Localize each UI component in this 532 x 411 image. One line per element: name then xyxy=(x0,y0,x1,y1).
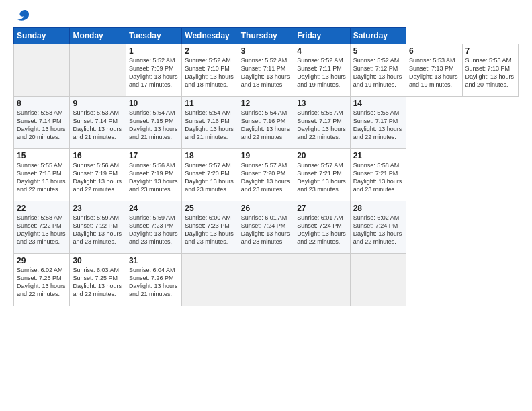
day-info: Sunrise: 5:54 AM Sunset: 7:15 PM Dayligh… xyxy=(129,109,179,142)
day-info: Sunrise: 5:53 AM Sunset: 7:14 PM Dayligh… xyxy=(17,109,66,142)
day-cell: 31Sunrise: 6:04 AM Sunset: 7:26 PM Dayli… xyxy=(126,254,181,306)
day-info: Sunrise: 5:52 AM Sunset: 7:12 PM Dayligh… xyxy=(353,56,403,89)
day-cell: 7Sunrise: 5:53 AM Sunset: 7:13 PM Daylig… xyxy=(462,44,519,97)
day-cell: 29Sunrise: 6:02 AM Sunset: 7:25 PM Dayli… xyxy=(14,254,70,306)
day-cell: 1Sunrise: 5:52 AM Sunset: 7:09 PM Daylig… xyxy=(126,44,181,97)
logo-bird-icon xyxy=(15,9,30,21)
day-number: 9 xyxy=(73,99,122,108)
day-info: Sunrise: 6:04 AM Sunset: 7:26 PM Dayligh… xyxy=(129,266,179,299)
day-cell xyxy=(182,254,238,306)
day-info: Sunrise: 6:01 AM Sunset: 7:24 PM Dayligh… xyxy=(241,214,291,246)
day-info: Sunrise: 5:58 AM Sunset: 7:21 PM Dayligh… xyxy=(353,161,403,194)
day-cell: 15Sunrise: 5:55 AM Sunset: 7:18 PM Dayli… xyxy=(14,149,70,201)
day-info: Sunrise: 5:57 AM Sunset: 7:20 PM Dayligh… xyxy=(185,161,234,194)
day-info: Sunrise: 5:53 AM Sunset: 7:14 PM Dayligh… xyxy=(73,109,122,142)
day-info: Sunrise: 5:53 AM Sunset: 7:13 PM Dayligh… xyxy=(466,56,516,89)
day-cell: 18Sunrise: 5:57 AM Sunset: 7:20 PM Dayli… xyxy=(182,149,238,201)
day-number: 12 xyxy=(241,99,291,108)
day-cell: 23Sunrise: 5:59 AM Sunset: 7:22 PM Dayli… xyxy=(70,201,126,254)
day-cell: 24Sunrise: 5:59 AM Sunset: 7:23 PM Dayli… xyxy=(126,201,181,254)
col-header-sunday: Sunday xyxy=(14,28,70,44)
day-cell: 5Sunrise: 5:52 AM Sunset: 7:12 PM Daylig… xyxy=(350,44,406,97)
day-cell: 27Sunrise: 6:01 AM Sunset: 7:24 PM Dayli… xyxy=(294,201,350,254)
day-number: 18 xyxy=(185,151,234,161)
day-cell: 19Sunrise: 5:57 AM Sunset: 7:20 PM Dayli… xyxy=(238,149,294,201)
day-cell: 21Sunrise: 5:58 AM Sunset: 7:21 PM Dayli… xyxy=(350,149,406,201)
day-number: 20 xyxy=(297,151,347,161)
day-info: Sunrise: 5:52 AM Sunset: 7:10 PM Dayligh… xyxy=(185,56,234,89)
day-info: Sunrise: 5:55 AM Sunset: 7:18 PM Dayligh… xyxy=(17,161,66,194)
week-row-3: 15Sunrise: 5:55 AM Sunset: 7:18 PM Dayli… xyxy=(14,149,519,201)
day-number: 5 xyxy=(353,46,403,56)
col-header-wednesday: Wednesday xyxy=(182,28,238,44)
day-cell xyxy=(238,254,294,306)
day-info: Sunrise: 5:52 AM Sunset: 7:09 PM Dayligh… xyxy=(129,56,179,89)
day-cell xyxy=(70,44,126,97)
day-number: 31 xyxy=(129,256,179,265)
day-info: Sunrise: 5:53 AM Sunset: 7:13 PM Dayligh… xyxy=(409,56,459,89)
day-number: 19 xyxy=(241,151,291,161)
col-header-saturday: Saturday xyxy=(350,28,406,44)
day-cell: 17Sunrise: 5:56 AM Sunset: 7:19 PM Dayli… xyxy=(126,149,181,201)
day-number: 16 xyxy=(73,151,122,161)
calendar-page: SundayMondayTuesdayWednesdayThursdayFrid… xyxy=(0,0,532,411)
day-number: 21 xyxy=(353,151,403,161)
day-number: 15 xyxy=(17,151,66,161)
col-header-monday: Monday xyxy=(70,28,126,44)
day-cell: 26Sunrise: 6:01 AM Sunset: 7:24 PM Dayli… xyxy=(238,201,294,254)
day-number: 14 xyxy=(353,99,403,108)
day-info: Sunrise: 5:57 AM Sunset: 7:21 PM Dayligh… xyxy=(297,161,347,194)
day-info: Sunrise: 5:57 AM Sunset: 7:20 PM Dayligh… xyxy=(241,161,291,194)
day-number: 25 xyxy=(185,203,234,213)
day-cell: 13Sunrise: 5:55 AM Sunset: 7:17 PM Dayli… xyxy=(294,97,350,149)
day-number: 7 xyxy=(466,46,516,56)
week-row-5: 29Sunrise: 6:02 AM Sunset: 7:25 PM Dayli… xyxy=(14,254,519,306)
day-cell: 10Sunrise: 5:54 AM Sunset: 7:15 PM Dayli… xyxy=(126,97,181,149)
day-number: 11 xyxy=(185,99,234,108)
day-info: Sunrise: 5:54 AM Sunset: 7:16 PM Dayligh… xyxy=(241,109,291,142)
day-info: Sunrise: 6:01 AM Sunset: 7:24 PM Dayligh… xyxy=(297,214,347,246)
day-info: Sunrise: 5:55 AM Sunset: 7:17 PM Dayligh… xyxy=(353,109,403,142)
day-info: Sunrise: 5:52 AM Sunset: 7:11 PM Dayligh… xyxy=(241,56,291,89)
day-cell: 20Sunrise: 5:57 AM Sunset: 7:21 PM Dayli… xyxy=(294,149,350,201)
day-number: 8 xyxy=(17,99,66,108)
day-info: Sunrise: 6:03 AM Sunset: 7:25 PM Dayligh… xyxy=(73,266,122,299)
day-number: 22 xyxy=(17,203,66,213)
day-number: 13 xyxy=(297,99,347,108)
day-info: Sunrise: 6:00 AM Sunset: 7:23 PM Dayligh… xyxy=(185,214,234,246)
day-cell xyxy=(350,254,406,306)
day-cell: 11Sunrise: 5:54 AM Sunset: 7:16 PM Dayli… xyxy=(182,97,238,149)
header-row: SundayMondayTuesdayWednesdayThursdayFrid… xyxy=(14,28,519,44)
day-number: 27 xyxy=(297,203,347,213)
day-info: Sunrise: 5:52 AM Sunset: 7:11 PM Dayligh… xyxy=(297,56,347,89)
day-number: 23 xyxy=(73,203,122,213)
day-number: 3 xyxy=(241,46,291,56)
day-cell: 2Sunrise: 5:52 AM Sunset: 7:10 PM Daylig… xyxy=(182,44,238,97)
day-cell: 30Sunrise: 6:03 AM Sunset: 7:25 PM Dayli… xyxy=(70,254,126,306)
day-number: 29 xyxy=(17,256,66,265)
day-info: Sunrise: 5:56 AM Sunset: 7:19 PM Dayligh… xyxy=(129,161,179,194)
day-cell: 16Sunrise: 5:56 AM Sunset: 7:19 PM Dayli… xyxy=(70,149,126,201)
week-row-2: 8Sunrise: 5:53 AM Sunset: 7:14 PM Daylig… xyxy=(14,97,519,149)
day-info: Sunrise: 5:54 AM Sunset: 7:16 PM Dayligh… xyxy=(185,109,234,142)
col-header-friday: Friday xyxy=(294,28,350,44)
day-number: 24 xyxy=(129,203,179,213)
day-number: 17 xyxy=(129,151,179,161)
day-info: Sunrise: 5:59 AM Sunset: 7:23 PM Dayligh… xyxy=(129,214,179,246)
day-cell xyxy=(14,44,70,97)
day-cell xyxy=(294,254,350,306)
day-number: 6 xyxy=(409,46,459,56)
day-number: 26 xyxy=(241,203,291,213)
day-number: 28 xyxy=(353,203,403,213)
day-cell: 4Sunrise: 5:52 AM Sunset: 7:11 PM Daylig… xyxy=(294,44,350,97)
header xyxy=(13,12,519,20)
day-number: 1 xyxy=(129,46,179,56)
day-cell: 12Sunrise: 5:54 AM Sunset: 7:16 PM Dayli… xyxy=(238,97,294,149)
day-number: 30 xyxy=(73,256,122,265)
day-cell: 8Sunrise: 5:53 AM Sunset: 7:14 PM Daylig… xyxy=(14,97,70,149)
day-number: 4 xyxy=(297,46,347,56)
day-cell: 3Sunrise: 5:52 AM Sunset: 7:11 PM Daylig… xyxy=(238,44,294,97)
calendar-table: SundayMondayTuesdayWednesdayThursdayFrid… xyxy=(13,27,519,306)
col-header-thursday: Thursday xyxy=(238,28,294,44)
day-cell: 22Sunrise: 5:58 AM Sunset: 7:22 PM Dayli… xyxy=(14,201,70,254)
